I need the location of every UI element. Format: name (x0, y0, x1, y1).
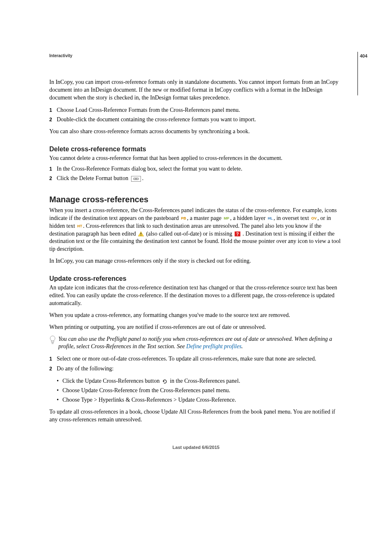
step-2: 2 Double-click the document containing t… (49, 116, 343, 124)
tip-post: . (242, 343, 243, 349)
overset-text-icon: OV (311, 216, 316, 221)
update-paragraph-2: When you update a cross-reference, any f… (49, 312, 343, 319)
bullet-post: in the Cross-References panel. (170, 378, 240, 384)
step-1: 1 In the Cross-Reference Formats dialog … (49, 165, 343, 173)
footer-updated: Last updated 6/6/2015 (0, 445, 392, 450)
step-text: In the Cross-Reference Formats dialog bo… (57, 165, 343, 173)
after-steps-paragraph: You can also share cross-reference forma… (49, 128, 343, 136)
tip-text: You can also use the Preflight panel to … (58, 335, 343, 351)
bullet-pre: Click the Update Cross-References button (62, 378, 161, 384)
page-number: 404 (360, 53, 367, 58)
update-steps: 1 Select one or more out-of-date cross-r… (49, 355, 343, 372)
step-1: 1 Choose Load Cross-Reference Formats fr… (49, 106, 343, 114)
step-text-post: . (142, 175, 144, 181)
step-1: 1 Select one or more out-of-date cross-r… (49, 355, 343, 363)
text-fragment: , a master page (187, 215, 223, 221)
section-tag: Interactivity (49, 53, 343, 58)
step-text-pre: Click the Delete Format button (57, 175, 130, 181)
lightbulb-icon (49, 335, 58, 351)
manage-paragraph-2: In InCopy, you can manage cross-referenc… (49, 257, 343, 265)
intro-paragraph: In InCopy, you can import cross-referenc… (49, 79, 343, 102)
tip-block: You can also use the Preflight panel to … (49, 335, 343, 351)
step-text: Click the Delete Format button . (57, 174, 343, 183)
text-fragment: , a hidden layer (230, 215, 267, 221)
step-text: Select one or more out-of-date cross-ref… (57, 355, 343, 363)
svg-point-7 (50, 336, 55, 341)
list-item: Click the Update Cross-References button… (57, 377, 343, 385)
step-number: 1 (49, 165, 57, 173)
manage-paragraph-1: When you insert a cross-reference, the C… (49, 207, 343, 253)
delete-intro: You cannot delete a cross-reference form… (49, 155, 343, 162)
update-options: Click the Update Cross-References button… (57, 377, 343, 404)
step-number: 1 (49, 106, 57, 114)
manage-heading: Manage cross-references (49, 195, 343, 204)
pasteboard-icon: PB (181, 216, 186, 221)
list-item: Choose Update Cross-Reference from the C… (57, 386, 343, 395)
step-number: 2 (49, 116, 57, 124)
step-2: 2 Do any of the following: (49, 365, 343, 373)
text-fragment: , in overset text (274, 215, 311, 221)
hidden-text-icon: HT (77, 224, 82, 229)
svg-text:?: ? (236, 232, 239, 236)
update-paragraph-1: An update icon indicates that the cross-… (49, 284, 343, 308)
after-update-paragraph: To update all cross-references in a book… (49, 408, 343, 424)
step-text: Choose Load Cross-Reference Formats from… (57, 106, 343, 114)
master-page-icon: MP (224, 216, 229, 221)
step-number: 2 (49, 174, 57, 183)
update-paragraph-3: When printing or outputting, you are not… (49, 324, 343, 331)
step-number: 2 (49, 365, 57, 373)
update-heading: Update cross-references (49, 275, 343, 282)
missing-icon: ? (235, 231, 240, 236)
svg-rect-3 (141, 233, 141, 234)
svg-marker-10 (163, 380, 165, 382)
edited-icon (138, 231, 144, 236)
hidden-layer-icon: HL (268, 216, 273, 221)
step-2: 2 Click the Delete Format button . (49, 174, 343, 183)
svg-rect-4 (141, 235, 141, 236)
import-steps: 1 Choose Load Cross-Reference Formats fr… (49, 106, 343, 124)
step-number: 1 (49, 355, 57, 363)
text-fragment: (also called out-of-date) or is missing (145, 231, 234, 237)
preflight-link[interactable]: Define preflight profiles (186, 343, 241, 349)
step-text: Double-click the document containing the… (57, 116, 343, 124)
update-crossref-icon (162, 379, 168, 384)
delete-heading: Delete cross-reference formats (49, 146, 343, 153)
list-item: Choose Type > Hyperlinks & Cross-Referen… (57, 395, 343, 404)
delete-steps: 1 In the Cross-Reference Formats dialog … (49, 165, 343, 183)
delete-format-icon (131, 176, 141, 182)
step-text: Do any of the following: (57, 365, 343, 373)
